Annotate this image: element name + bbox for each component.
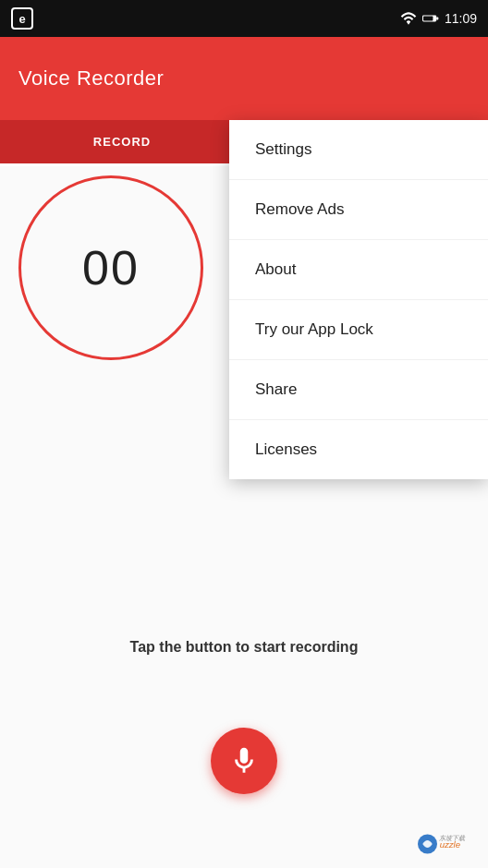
app-header: Voice Recorder xyxy=(0,37,488,120)
menu-item-licenses[interactable]: Licenses xyxy=(229,420,488,479)
menu-item-remove-ads[interactable]: Remove Ads xyxy=(229,180,488,240)
status-bar-right: 11:09 xyxy=(400,11,477,26)
svg-text:东坡下载: 东坡下载 xyxy=(439,835,466,841)
watermark-logo: uzzle 东坡下载 xyxy=(411,830,476,858)
menu-item-share-label: Share xyxy=(255,380,297,399)
app-icon: e xyxy=(11,7,33,30)
svg-rect-2 xyxy=(436,18,438,20)
wifi-icon xyxy=(400,12,417,25)
menu-item-about-label: About xyxy=(255,260,296,279)
menu-item-settings[interactable]: Settings xyxy=(229,120,488,180)
menu-item-app-lock-label: Try our App Lock xyxy=(255,320,373,339)
battery-icon xyxy=(422,12,439,25)
svg-rect-1 xyxy=(423,17,433,21)
timer-display: 00 xyxy=(82,240,140,295)
timer-circle-container: 00 xyxy=(18,175,203,360)
dropdown-menu: Settings Remove Ads About Try our App Lo… xyxy=(229,120,488,479)
instruction-text: Tap the button to start recording xyxy=(130,639,359,656)
tab-record[interactable]: RECORD xyxy=(0,120,244,166)
menu-item-about[interactable]: About xyxy=(229,240,488,300)
menu-item-share[interactable]: Share xyxy=(229,360,488,420)
menu-item-licenses-label: Licenses xyxy=(255,440,317,459)
status-bar-left: e xyxy=(11,7,33,30)
menu-item-app-lock[interactable]: Try our App Lock xyxy=(229,300,488,360)
menu-item-remove-ads-label: Remove Ads xyxy=(255,200,344,219)
tab-record-label: RECORD xyxy=(93,135,151,149)
watermark: uzzle 东坡下载 xyxy=(407,827,481,861)
svg-text:uzzle: uzzle xyxy=(440,839,460,850)
status-bar: e 11:09 xyxy=(0,0,488,37)
record-button[interactable] xyxy=(211,728,277,794)
app-icon-label: e xyxy=(18,12,25,26)
menu-item-settings-label: Settings xyxy=(255,140,311,159)
microphone-icon xyxy=(228,745,260,777)
timer-circle: 00 xyxy=(18,175,203,360)
header-title: Voice Recorder xyxy=(18,66,164,90)
status-time: 11:09 xyxy=(445,11,477,26)
